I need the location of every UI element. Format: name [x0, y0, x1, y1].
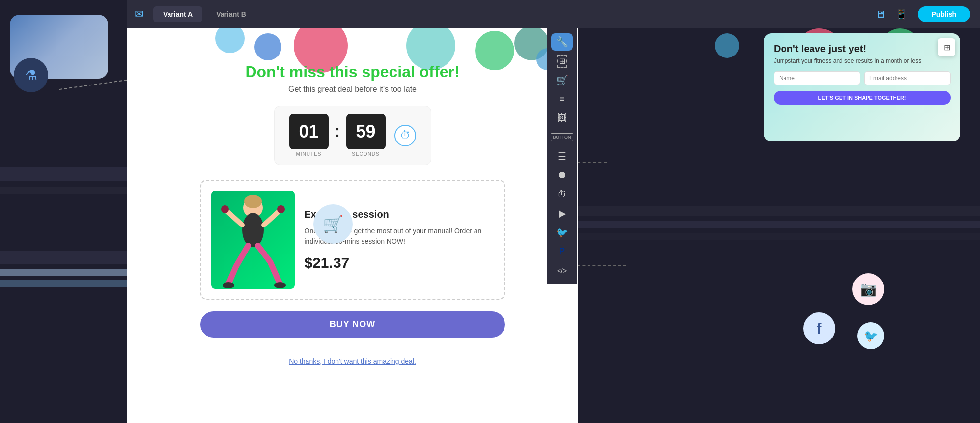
svg-point-5 [277, 205, 285, 213]
right-blob-blue-sm [715, 33, 739, 58]
offer-subtitle: Get this great deal before it's too late [288, 85, 417, 94]
toolbar-cart[interactable]: 🛒 [551, 72, 573, 89]
svg-line-2 [226, 210, 242, 225]
svg-line-4 [264, 210, 280, 225]
minutes-label: MINUTES [296, 151, 322, 157]
twitter-bird-icon: 🐦 [556, 226, 568, 238]
left-stripe-4 [0, 269, 127, 276]
wrench-icon: 🔧 [556, 36, 568, 48]
right-preview-title: Don't leave just yet! [774, 43, 951, 55]
video-icon: ⏺ [557, 169, 567, 181]
timer-colon: : [333, 121, 342, 150]
cart-floating-icon: 🛒 [313, 204, 353, 244]
social-area: 📷 🐦 f [803, 312, 835, 344]
minutes-digit: 01 [289, 114, 329, 149]
svg-point-10 [223, 282, 234, 288]
select-icon: ⊞ [557, 55, 567, 68]
svg-point-11 [274, 282, 286, 288]
desktop-icon[interactable]: 🖥 [876, 9, 886, 20]
play-icon: ▶ [559, 207, 566, 219]
svg-point-3 [221, 205, 229, 213]
seconds-digit: 59 [346, 114, 386, 149]
tab-variant-a[interactable]: Variant A [153, 6, 202, 22]
left-stripe-1 [0, 167, 127, 181]
left-flask-icon: ⚗ [14, 58, 48, 92]
button-label-icon: BUTTON [551, 133, 574, 141]
svg-line-6 [236, 246, 248, 267]
minutes-block: 01 MINUTES [289, 114, 329, 157]
right-stripe-2 [577, 221, 980, 228]
svg-line-9 [270, 262, 280, 284]
left-stripe-2 [0, 187, 127, 194]
right-preview-email-input[interactable] [864, 71, 951, 85]
svg-point-12 [244, 195, 262, 208]
paypal-icon: P [559, 246, 565, 256]
seconds-block: 59 SECONDS [346, 114, 386, 157]
buy-now-button[interactable]: BUY NOW [200, 311, 505, 338]
toolbar-timer[interactable]: ⏱ [551, 186, 573, 203]
code-icon: </> [557, 267, 567, 275]
top-bar-right: 🖥 📱 Publish [442, 0, 980, 28]
left-stripe-5 [0, 280, 127, 287]
instagram-icon-circle[interactable]: 📷 [852, 273, 884, 305]
toolbar-twitter[interactable]: 🐦 [551, 224, 573, 241]
toolbar-select[interactable]: ⊞ [551, 53, 573, 70]
dashed-connector-left [59, 78, 138, 90]
offer-title: Don't miss this special offer! [245, 63, 459, 81]
timer-icon: ⏱ [557, 189, 567, 200]
svg-line-8 [258, 246, 270, 262]
right-preview-form [774, 71, 951, 85]
toolbar-play[interactable]: ▶ [551, 205, 573, 222]
main-popup: 🛒 Don't miss this special offer! Get thi… [127, 28, 578, 423]
dashed-line-right-top [577, 162, 607, 163]
svg-line-7 [228, 267, 236, 284]
right-preview-subtitle: Jumpstart your fitness and see results i… [774, 57, 951, 64]
toolbar-image[interactable]: 🖼 [551, 110, 573, 127]
clock-icon: ⏱ [394, 125, 416, 146]
right-preview-card: Don't leave just yet! Jumpstart your fit… [764, 33, 960, 141]
left-stripe-3 [0, 251, 127, 264]
popup-content: Don't miss this special offer! Get this … [127, 63, 578, 365]
toolbar-settings[interactable]: 🔧 [551, 33, 573, 51]
toolbar-list[interactable]: ☰ [551, 148, 573, 165]
image-icon: 🖼 [557, 113, 567, 124]
right-stripe-1 [577, 206, 980, 216]
fitness-person-svg [211, 191, 295, 289]
twitter-icon-circle[interactable]: 🐦 [857, 322, 884, 349]
right-preview-cta-button[interactable]: LET'S GET IN SHAPE TOGETHER! [774, 91, 951, 105]
no-thanks-link[interactable]: No thanks, I don't want this amazing dea… [289, 357, 416, 365]
blob-blue-light [215, 28, 245, 53]
cart-icon: 🛒 [556, 74, 568, 86]
toolbar-code[interactable]: </> [551, 262, 573, 279]
right-preview-box-icon: ⊞ [938, 38, 955, 56]
toolbar-text[interactable]: ≡ [551, 90, 573, 108]
left-sidebar: ⚗ [0, 0, 127, 423]
countdown-timer: 01 MINUTES : 59 SECONDS ⏱ [274, 106, 431, 165]
right-toolbar: 🔧 ⊞ 🛒 ≡ 🖼 BUTTON ☰ ⏺ ⏱ ▶ 🐦 P </> [547, 28, 577, 284]
text-lines-icon: ≡ [559, 93, 565, 105]
popup-dotted-border [137, 56, 568, 56]
product-card: Exclusive session One time offer - get t… [200, 180, 505, 300]
right-panel: Narc Don't leave just yet! Jumpstart you… [577, 0, 980, 423]
dashed-line-right-social [577, 265, 626, 266]
product-image [211, 191, 295, 289]
svg-point-1 [242, 213, 264, 247]
publish-button[interactable]: Publish [918, 6, 970, 22]
product-price: $21.37 [305, 254, 494, 271]
right-stripe-3 [577, 233, 980, 240]
seconds-label: SECONDS [352, 151, 379, 157]
tablet-icon[interactable]: 📱 [896, 8, 908, 20]
facebook-icon-circle[interactable]: f [803, 312, 835, 344]
toolbar-video[interactable]: ⏺ [551, 167, 573, 184]
toolbar-paypal[interactable]: P [551, 243, 573, 260]
toolbar-button[interactable]: BUTTON [551, 129, 573, 146]
right-preview-name-input[interactable] [774, 71, 860, 85]
tab-variant-b[interactable]: Variant B [206, 6, 256, 22]
email-icon: ✉ [135, 8, 143, 21]
list-icon: ☰ [558, 150, 566, 162]
